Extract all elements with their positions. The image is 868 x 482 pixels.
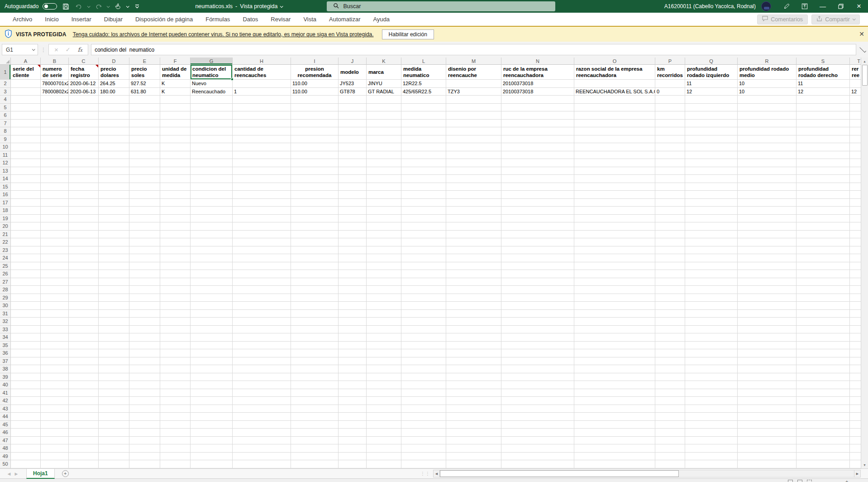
cell-S29[interactable] [796,294,850,302]
cell-I31[interactable] [291,310,339,318]
cell-K24[interactable] [367,254,401,262]
column-header-F[interactable]: F [160,58,191,65]
cell-K17[interactable] [367,199,401,207]
cell-I13[interactable] [291,167,339,175]
cell-P29[interactable] [655,294,685,302]
cell-E48[interactable] [129,444,160,453]
cell-J27[interactable] [339,278,367,286]
column-header-N[interactable]: N [501,58,574,65]
cell-J28[interactable] [339,286,367,294]
cell-T29[interactable] [850,294,861,302]
cell-D14[interactable] [99,175,129,183]
column-header-J[interactable]: J [339,58,367,65]
cell-G12[interactable] [191,159,233,167]
cell-H1[interactable]: cantidad de reencauches [233,65,291,80]
cell-S32[interactable] [796,318,850,326]
cell-C26[interactable] [69,270,99,278]
row-header-9[interactable]: 9 [0,135,11,144]
cell-I35[interactable] [291,342,339,350]
cell-P16[interactable] [655,191,685,199]
cell-R26[interactable] [738,270,796,278]
cell-M26[interactable] [446,270,501,278]
cell-G10[interactable] [191,143,233,151]
cell-F17[interactable] [160,199,191,207]
cell-F30[interactable] [160,302,191,310]
cell-T1[interactable]: rer ree [850,65,861,80]
cell-S34[interactable] [796,333,850,342]
cell-J45[interactable] [339,421,367,429]
cell-G20[interactable] [191,222,233,231]
cell-B5[interactable] [41,104,69,112]
cell-E5[interactable] [129,104,160,112]
cell-S26[interactable] [796,270,850,278]
cell-N4[interactable] [501,96,574,104]
cell-O27[interactable] [574,278,655,286]
row-header-8[interactable]: 8 [0,127,11,135]
cell-L35[interactable] [401,342,446,350]
cell-I26[interactable] [291,270,339,278]
cell-F12[interactable] [160,159,191,167]
cell-M30[interactable] [446,302,501,310]
cell-O2[interactable] [574,80,655,88]
cell-L40[interactable] [401,381,446,389]
cell-I3[interactable]: 110.00 [291,88,339,96]
cell-J47[interactable] [339,437,367,445]
share-button[interactable]: Compartir [811,14,860,24]
cell-Q33[interactable] [685,326,738,334]
cell-F35[interactable] [160,342,191,350]
cell-N46[interactable] [501,429,574,437]
cell-B41[interactable] [41,389,69,397]
cell-P25[interactable] [655,262,685,270]
cell-C30[interactable] [69,302,99,310]
cell-T10[interactable] [850,143,861,151]
sheet-tab-hoja1[interactable]: Hoja1 [26,469,55,479]
cell-H16[interactable] [233,191,291,199]
row-header-13[interactable]: 13 [0,167,11,175]
cell-M27[interactable] [446,278,501,286]
cell-A9[interactable] [11,135,41,144]
cell-R39[interactable] [738,373,796,381]
cell-C29[interactable] [69,294,99,302]
cell-K25[interactable] [367,262,401,270]
cell-Q7[interactable] [685,120,738,128]
cell-N14[interactable] [501,175,574,183]
cell-G38[interactable] [191,365,233,373]
cell-O23[interactable] [574,246,655,255]
cell-S10[interactable] [796,143,850,151]
horizontal-scroll-track[interactable] [440,470,854,477]
cell-M18[interactable] [446,207,501,215]
cell-R30[interactable] [738,302,796,310]
cell-I7[interactable] [291,120,339,128]
cell-N49[interactable] [501,453,574,461]
cell-L26[interactable] [401,270,446,278]
cell-R7[interactable] [738,120,796,128]
cell-Q8[interactable] [685,127,738,135]
cell-G28[interactable] [191,286,233,294]
cell-Q31[interactable] [685,310,738,318]
cell-J7[interactable] [339,120,367,128]
cell-I2[interactable]: 110.00 [291,80,339,88]
cell-C16[interactable] [69,191,99,199]
cell-F4[interactable] [160,96,191,104]
cell-H6[interactable] [233,111,291,120]
column-header-E[interactable]: E [129,58,160,65]
cell-I28[interactable] [291,286,339,294]
cell-D39[interactable] [99,373,129,381]
cell-N7[interactable] [501,120,574,128]
cell-B10[interactable] [41,143,69,151]
cell-T32[interactable] [850,318,861,326]
cell-A23[interactable] [11,246,41,255]
cell-Q46[interactable] [685,429,738,437]
enable-editing-button[interactable]: Habilitar edición [382,29,434,39]
cell-S14[interactable] [796,175,850,183]
cell-G34[interactable] [191,333,233,342]
cell-E2[interactable]: 927.52 [129,80,160,88]
cell-E23[interactable] [129,246,160,255]
cell-H37[interactable] [233,357,291,366]
cell-F23[interactable] [160,246,191,255]
cell-Q32[interactable] [685,318,738,326]
cell-S23[interactable] [796,246,850,255]
cell-J9[interactable] [339,135,367,144]
cell-J18[interactable] [339,207,367,215]
row-header-29[interactable]: 29 [0,294,11,302]
